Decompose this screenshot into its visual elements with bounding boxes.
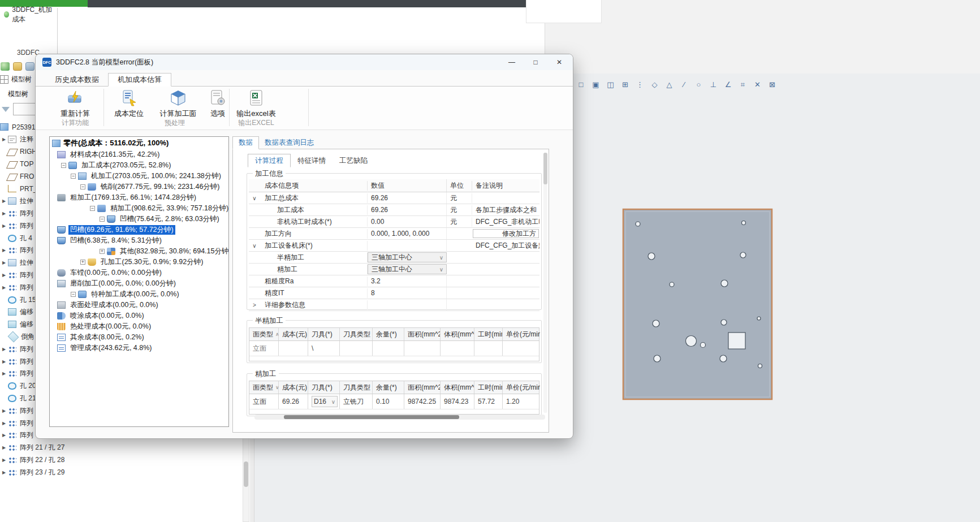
tool-dropdown[interactable]: D16∨ [312, 396, 338, 407]
col-cost[interactable]: 成本(元) [279, 381, 308, 394]
cost-tree-item[interactable]: 加工成本(2703.05元, 52.8%) [50, 160, 228, 171]
compute-faces-button[interactable]: 计算加工面 [152, 89, 204, 119]
model-tree-item[interactable]: ▶ 阵列 21 / 孔 27 [0, 442, 249, 454]
cost-tree-item[interactable]: 材料成本(2161.35元, 42.2%) [50, 149, 228, 160]
cost-tree-item[interactable]: 喷涂成本(0.00元, 0.0%) [50, 310, 228, 321]
cost-tree-item[interactable]: 凹槽(69.26元, 91.6%; 57.72分钟) [50, 225, 228, 235]
expand-arrow-icon[interactable]: ▶ [0, 371, 8, 376]
expand-arrow-icon[interactable]: ▶ [0, 199, 8, 204]
cost-tree-item[interactable]: 机加工(2703.05元, 100.0%; 2241.38分钟) [50, 171, 228, 182]
tree-expander-icon[interactable] [100, 249, 105, 254]
table-row[interactable]: 加工成本 69.26 元 各加工步骤成本之和 [249, 204, 539, 216]
row-value[interactable]: 69.26 [368, 204, 447, 215]
col-area[interactable]: 面积(mm^2) [404, 328, 441, 340]
row-value[interactable] [368, 240, 447, 251]
document-tab[interactable]: 3DDFC_机加成本 [0, 8, 57, 21]
row-value[interactable]: 三轴加工中心 [368, 264, 447, 274]
expand-arrow-icon[interactable]: ▶ [0, 458, 8, 463]
row-value[interactable]: 0.000, 1.000, 0.000 [368, 228, 447, 239]
model-tree-item[interactable]: ▶ 阵列 22 / 孔 28 [0, 454, 249, 467]
cost-tree-root[interactable]: 零件(总成本：5116.02元, 100%) [50, 137, 228, 149]
minimize-button[interactable]: — [500, 54, 524, 70]
row-remark[interactable] [473, 252, 539, 263]
col-cost[interactable]: 成本(元) [279, 328, 308, 340]
row-remark[interactable]: 修改加工方 [473, 229, 539, 238]
row-remark[interactable] [472, 299, 539, 310]
cost-tree-item[interactable]: 表面处理成本(0.00元, 0.0%) [50, 300, 228, 310]
cad-toolbar-icon[interactable]: □ [576, 79, 586, 90]
table-row[interactable]: 精加工 三轴加工中心 [249, 264, 539, 275]
scrollbar-thumb[interactable] [244, 461, 248, 487]
scrollbar-thumb[interactable] [543, 153, 547, 184]
col-face-type[interactable]: 面类型∧ [249, 328, 279, 340]
col-unit[interactable]: 单位 [447, 181, 472, 191]
row-remark[interactable]: DFC_CFG_加工设备默认值推荐表(DF [472, 240, 539, 251]
expand-arrow-icon[interactable]: ▶ [0, 433, 8, 438]
table-row[interactable]: 精度IT 8 [249, 287, 539, 299]
tab-machining-estimate[interactable]: 机加成本估算 [108, 73, 171, 87]
expand-arrow-icon[interactable]: ▶ [0, 137, 8, 142]
row-remark[interactable] [472, 287, 539, 299]
col-area[interactable]: 面积(mm^2) [404, 381, 441, 394]
tab-feature-detail[interactable]: 特征详情 [291, 154, 333, 167]
col-tool[interactable]: 刀具(*) [308, 381, 340, 394]
cost-tree-item[interactable]: 其余成本(8.00元, 0.2%) [50, 332, 228, 343]
expand-arrow-icon[interactable]: ▶ [0, 211, 8, 216]
col-value[interactable]: 数值 [368, 179, 447, 192]
col-tool[interactable]: 刀具(*) [308, 328, 340, 340]
row-value[interactable]: 3.2 [368, 275, 447, 287]
expand-arrow-icon[interactable]: ▶ [0, 248, 8, 253]
col-time[interactable]: 工时(min) [474, 328, 503, 340]
table-row[interactable]: 加工总成本 69.26 元 [249, 192, 539, 204]
row-remark[interactable] [473, 264, 539, 275]
cost-tree-item[interactable]: 磨削加工(0.00元, 0.0%; 0.00分钟) [50, 278, 228, 289]
expand-arrow-icon[interactable]: ▶ [0, 421, 8, 426]
cad-toolbar-icon[interactable]: ◫ [605, 79, 616, 90]
row-remark[interactable] [472, 275, 539, 287]
cost-tree-item[interactable]: 铣削(2677.75元, 99.1%; 2231.46分钟) [50, 182, 228, 192]
cad-toolbar-icon[interactable]: △ [664, 79, 675, 90]
col-cost-item[interactable]: 成本信息项 [260, 181, 368, 191]
cost-tree-item[interactable]: 热处理成本(0.00元, 0.0%) [50, 321, 228, 332]
dialog-titlebar[interactable]: DFC 3DDFC2.8 当前模型error(面板) — □ ✕ [36, 54, 573, 70]
scrollbar-thumb[interactable] [284, 415, 459, 419]
cad-toolbar-icon[interactable]: ✕ [752, 79, 763, 90]
cad-toolbar-icon[interactable]: ⊞ [620, 79, 631, 90]
tab-calc-process[interactable]: 计算过程 [248, 154, 291, 167]
table-row[interactable]: 粗糙度Ra 3.2 [249, 275, 539, 287]
row-expander-icon[interactable] [249, 195, 260, 201]
table-row[interactable]: 半精加工 三轴加工中心 [249, 252, 539, 264]
expand-arrow-icon[interactable]: ▶ [0, 273, 8, 278]
cad-toolbar-icon[interactable]: ◇ [649, 79, 660, 90]
table-row[interactable]: 立面 \ [249, 341, 539, 356]
col-allowance[interactable]: 余量(*) [373, 328, 404, 340]
col-time[interactable]: 工时(min) [474, 381, 503, 394]
col-remark[interactable]: 备注说明 [472, 179, 539, 192]
table-row[interactable]: 加工设备机床(*) DFC_CFG_加工设备默认值推荐表(DF [249, 240, 539, 252]
cad-toolbar-icon[interactable]: ⌗ [737, 79, 748, 90]
cost-tree-item[interactable]: 精加工(908.62元, 33.9%; 757.18分钟) [50, 203, 228, 214]
recalculate-button[interactable]: 重新计算 [47, 89, 103, 119]
filter-icon[interactable] [2, 107, 10, 112]
col-face-type[interactable]: 面类型∨ [249, 381, 279, 394]
tab-process-defect[interactable]: 工艺缺陷 [333, 154, 374, 167]
model-tree-item[interactable]: ▶ 阵列 23 / 孔 29 [0, 466, 249, 478]
tree-expander-icon[interactable] [90, 206, 95, 211]
close-button[interactable]: ✕ [547, 54, 571, 70]
open-icon[interactable] [13, 62, 22, 71]
tree-expander-icon[interactable] [100, 217, 105, 222]
expand-arrow-icon[interactable]: ▶ [0, 260, 8, 265]
row-value[interactable]: 8 [368, 287, 447, 299]
cell-tool[interactable]: \ [308, 341, 340, 356]
cost-tree-item[interactable]: 凹槽(6.38元, 8.4%; 5.31分钟) [50, 235, 228, 246]
expand-arrow-icon[interactable]: ▶ [0, 285, 8, 290]
expand-arrow-icon[interactable]: ▶ [0, 359, 8, 364]
options-button[interactable]: 选项 [205, 89, 230, 119]
tree-expander-icon[interactable] [71, 174, 76, 179]
expand-arrow-icon[interactable]: ▶ [0, 445, 8, 450]
horizontal-scrollbar[interactable] [254, 415, 545, 420]
row-remark[interactable] [472, 192, 539, 204]
tree-expander-icon[interactable] [61, 163, 66, 168]
col-volume[interactable]: 体积(mm^3) [441, 328, 474, 340]
cad-toolbar-icon[interactable]: ⊥ [708, 79, 719, 90]
